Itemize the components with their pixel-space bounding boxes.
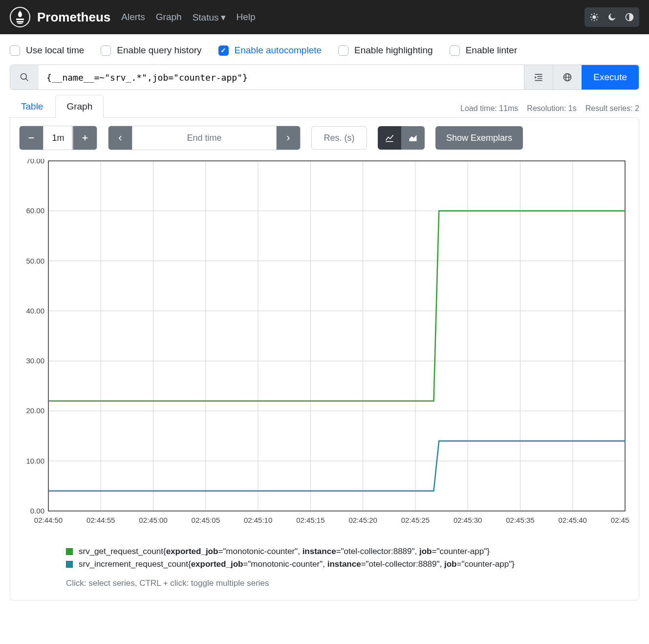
checkbox-icon bbox=[101, 45, 111, 56]
range-input[interactable] bbox=[43, 126, 73, 150]
caret-down-icon: ▾ bbox=[221, 12, 226, 22]
option-local-time[interactable]: Use local time bbox=[10, 45, 84, 56]
nav-help[interactable]: Help bbox=[237, 12, 256, 22]
query-input[interactable] bbox=[39, 65, 524, 89]
query-options-row: Use local time Enable query history Enab… bbox=[0, 34, 649, 63]
chart-mode-stacked-button[interactable] bbox=[401, 126, 425, 150]
search-icon bbox=[10, 65, 39, 89]
graph-panel: ‹ › Show Exemplars 0.0010.0020.0030.0040… bbox=[10, 117, 639, 600]
option-label: Enable query history bbox=[117, 45, 201, 56]
prometheus-logo-icon bbox=[10, 7, 30, 27]
checkbox-checked-icon bbox=[218, 45, 229, 56]
svg-line-13 bbox=[26, 79, 28, 81]
nav-graph[interactable]: Graph bbox=[156, 12, 182, 22]
option-linter[interactable]: Enable linter bbox=[450, 45, 518, 56]
checkbox-icon bbox=[10, 45, 20, 56]
option-label: Use local time bbox=[26, 45, 84, 56]
theme-switcher bbox=[584, 7, 639, 27]
svg-text:02:45:05: 02:45:05 bbox=[192, 516, 220, 524]
resolution-input[interactable] bbox=[311, 126, 367, 150]
metrics-explorer-button[interactable] bbox=[553, 65, 582, 89]
top-navbar: Prometheus Alerts Graph Status▾ Help bbox=[0, 0, 649, 34]
nav-alerts[interactable]: Alerts bbox=[121, 12, 145, 22]
svg-rect-65 bbox=[48, 161, 625, 511]
svg-point-12 bbox=[21, 74, 27, 80]
nav-status[interactable]: Status▾ bbox=[193, 12, 226, 23]
option-query-history[interactable]: Enable query history bbox=[101, 45, 201, 56]
contrast-icon bbox=[625, 12, 634, 22]
moon-icon bbox=[607, 12, 617, 22]
option-label: Enable linter bbox=[466, 45, 518, 56]
svg-text:0.00: 0.00 bbox=[30, 507, 44, 515]
tab-graph[interactable]: Graph bbox=[55, 95, 104, 118]
tab-table[interactable]: Table bbox=[10, 95, 54, 118]
svg-text:02:45:10: 02:45:10 bbox=[244, 516, 272, 524]
option-label: Enable highlighting bbox=[354, 45, 433, 56]
svg-line-9 bbox=[591, 19, 592, 20]
svg-rect-0 bbox=[16, 19, 24, 20]
chevron-right-icon: › bbox=[286, 132, 290, 144]
svg-text:02:45:25: 02:45:25 bbox=[401, 516, 430, 524]
theme-auto-button[interactable] bbox=[622, 9, 637, 25]
legend-label: srv_increment_request_count{exported_job… bbox=[79, 559, 515, 569]
plus-icon bbox=[81, 134, 89, 142]
indent-icon bbox=[534, 72, 543, 82]
legend-item-2[interactable]: srv_increment_request_count{exported_job… bbox=[66, 558, 630, 571]
svg-text:02:45:00: 02:45:00 bbox=[139, 516, 167, 524]
range-increase-button[interactable] bbox=[73, 126, 97, 150]
svg-text:02:45:20: 02:45:20 bbox=[348, 516, 377, 524]
brand[interactable]: Prometheus bbox=[10, 7, 110, 27]
option-label: Enable autocomplete bbox=[235, 45, 322, 56]
svg-text:20.00: 20.00 bbox=[26, 406, 44, 415]
result-tabs-row: Table Graph Load time: 11ms Resolution: … bbox=[10, 95, 639, 118]
minus-icon bbox=[27, 134, 35, 142]
stat-resolution: Resolution: 1s bbox=[527, 104, 576, 113]
svg-text:02:44:50: 02:44:50 bbox=[34, 516, 63, 524]
svg-line-10 bbox=[596, 14, 597, 15]
brand-label: Prometheus bbox=[37, 10, 110, 25]
line-chart-icon bbox=[385, 133, 394, 143]
svg-rect-1 bbox=[17, 21, 23, 22]
theme-light-button[interactable] bbox=[586, 9, 602, 25]
legend: srv_get_request_count{exported_job="mono… bbox=[66, 545, 630, 588]
execute-button[interactable]: Execute bbox=[582, 65, 639, 89]
theme-dark-button[interactable] bbox=[604, 9, 620, 25]
query-bar: Execute bbox=[10, 65, 639, 90]
svg-text:02:44:55: 02:44:55 bbox=[87, 516, 115, 524]
format-query-button[interactable] bbox=[524, 65, 553, 89]
svg-text:02:45:40: 02:45:40 bbox=[559, 516, 587, 524]
range-decrease-button[interactable] bbox=[20, 126, 43, 150]
svg-text:30.00: 30.00 bbox=[26, 356, 44, 365]
legend-hint: Click: select series, CTRL + click: togg… bbox=[66, 578, 630, 588]
globe-icon bbox=[562, 72, 572, 82]
svg-text:10.00: 10.00 bbox=[26, 457, 44, 465]
svg-text:02:45:45: 02:45:45 bbox=[611, 516, 630, 524]
svg-line-8 bbox=[596, 19, 597, 20]
chart[interactable]: 0.0010.0020.0030.0040.0050.0060.0070.000… bbox=[19, 159, 630, 533]
legend-label: srv_get_request_count{exported_job="mono… bbox=[79, 547, 490, 556]
option-highlighting[interactable]: Enable highlighting bbox=[338, 45, 433, 56]
svg-text:02:45:15: 02:45:15 bbox=[296, 516, 324, 524]
svg-text:02:45:35: 02:45:35 bbox=[506, 516, 534, 524]
svg-text:70.00: 70.00 bbox=[26, 159, 44, 165]
svg-text:40.00: 40.00 bbox=[26, 307, 44, 315]
svg-text:02:45:30: 02:45:30 bbox=[454, 516, 482, 524]
endtime-back-button[interactable]: ‹ bbox=[108, 126, 132, 150]
endtime-input[interactable] bbox=[132, 126, 277, 150]
chart-mode-toggle bbox=[378, 126, 425, 150]
legend-swatch-icon bbox=[66, 561, 73, 568]
svg-line-7 bbox=[591, 14, 592, 15]
legend-swatch-icon bbox=[66, 548, 73, 555]
endtime-forward-button[interactable]: › bbox=[277, 126, 300, 150]
chart-mode-line-button[interactable] bbox=[378, 126, 401, 150]
show-exemplars-button[interactable]: Show Exemplars bbox=[435, 126, 523, 150]
checkbox-icon bbox=[450, 45, 460, 56]
svg-text:50.00: 50.00 bbox=[26, 257, 44, 265]
range-input-group bbox=[19, 126, 97, 150]
endtime-input-group: ‹ › bbox=[108, 126, 301, 150]
legend-item-1[interactable]: srv_get_request_count{exported_job="mono… bbox=[66, 545, 630, 558]
option-autocomplete[interactable]: Enable autocomplete bbox=[218, 45, 322, 56]
nav-status-label: Status bbox=[193, 12, 219, 22]
stat-load-time: Load time: 11ms bbox=[460, 104, 518, 113]
svg-text:60.00: 60.00 bbox=[26, 206, 44, 215]
